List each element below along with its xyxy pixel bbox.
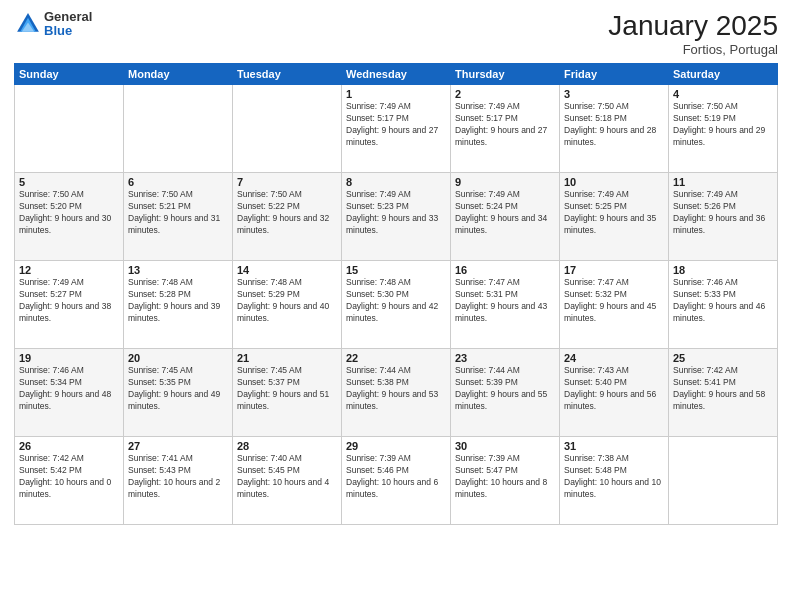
day-info: Sunrise: 7:47 AM Sunset: 5:31 PM Dayligh… [455, 277, 555, 325]
day-info: Sunrise: 7:50 AM Sunset: 5:18 PM Dayligh… [564, 101, 664, 149]
calendar-cell: 2Sunrise: 7:49 AM Sunset: 5:17 PM Daylig… [451, 85, 560, 173]
day-info: Sunrise: 7:46 AM Sunset: 5:34 PM Dayligh… [19, 365, 119, 413]
day-number: 4 [673, 88, 773, 100]
calendar-cell: 10Sunrise: 7:49 AM Sunset: 5:25 PM Dayli… [560, 173, 669, 261]
calendar-cell [124, 85, 233, 173]
day-info: Sunrise: 7:43 AM Sunset: 5:40 PM Dayligh… [564, 365, 664, 413]
calendar-cell: 12Sunrise: 7:49 AM Sunset: 5:27 PM Dayli… [15, 261, 124, 349]
day-number: 14 [237, 264, 337, 276]
day-info: Sunrise: 7:42 AM Sunset: 5:41 PM Dayligh… [673, 365, 773, 413]
day-info: Sunrise: 7:50 AM Sunset: 5:20 PM Dayligh… [19, 189, 119, 237]
day-number: 23 [455, 352, 555, 364]
day-info: Sunrise: 7:38 AM Sunset: 5:48 PM Dayligh… [564, 453, 664, 501]
day-info: Sunrise: 7:50 AM Sunset: 5:19 PM Dayligh… [673, 101, 773, 149]
day-info: Sunrise: 7:49 AM Sunset: 5:26 PM Dayligh… [673, 189, 773, 237]
calendar-cell [15, 85, 124, 173]
calendar-cell: 1Sunrise: 7:49 AM Sunset: 5:17 PM Daylig… [342, 85, 451, 173]
day-number: 6 [128, 176, 228, 188]
day-info: Sunrise: 7:49 AM Sunset: 5:24 PM Dayligh… [455, 189, 555, 237]
calendar-week-4: 19Sunrise: 7:46 AM Sunset: 5:34 PM Dayli… [15, 349, 778, 437]
day-info: Sunrise: 7:50 AM Sunset: 5:22 PM Dayligh… [237, 189, 337, 237]
title-block: January 2025 Fortios, Portugal [608, 10, 778, 57]
day-info: Sunrise: 7:48 AM Sunset: 5:30 PM Dayligh… [346, 277, 446, 325]
calendar-cell: 21Sunrise: 7:45 AM Sunset: 5:37 PM Dayli… [233, 349, 342, 437]
calendar-cell: 8Sunrise: 7:49 AM Sunset: 5:23 PM Daylig… [342, 173, 451, 261]
logo-general-text: General [44, 10, 92, 24]
day-number: 31 [564, 440, 664, 452]
day-number: 18 [673, 264, 773, 276]
day-number: 1 [346, 88, 446, 100]
calendar-cell: 5Sunrise: 7:50 AM Sunset: 5:20 PM Daylig… [15, 173, 124, 261]
day-info: Sunrise: 7:48 AM Sunset: 5:29 PM Dayligh… [237, 277, 337, 325]
day-info: Sunrise: 7:45 AM Sunset: 5:35 PM Dayligh… [128, 365, 228, 413]
day-info: Sunrise: 7:39 AM Sunset: 5:47 PM Dayligh… [455, 453, 555, 501]
calendar-cell: 16Sunrise: 7:47 AM Sunset: 5:31 PM Dayli… [451, 261, 560, 349]
day-number: 24 [564, 352, 664, 364]
day-number: 27 [128, 440, 228, 452]
day-number: 11 [673, 176, 773, 188]
calendar-table: SundayMondayTuesdayWednesdayThursdayFrid… [14, 63, 778, 525]
day-info: Sunrise: 7:48 AM Sunset: 5:28 PM Dayligh… [128, 277, 228, 325]
day-info: Sunrise: 7:42 AM Sunset: 5:42 PM Dayligh… [19, 453, 119, 501]
day-header-wednesday: Wednesday [342, 64, 451, 85]
calendar-cell: 24Sunrise: 7:43 AM Sunset: 5:40 PM Dayli… [560, 349, 669, 437]
day-header-monday: Monday [124, 64, 233, 85]
calendar-cell [233, 85, 342, 173]
day-header-saturday: Saturday [669, 64, 778, 85]
day-number: 8 [346, 176, 446, 188]
day-header-thursday: Thursday [451, 64, 560, 85]
calendar-week-3: 12Sunrise: 7:49 AM Sunset: 5:27 PM Dayli… [15, 261, 778, 349]
calendar-cell: 3Sunrise: 7:50 AM Sunset: 5:18 PM Daylig… [560, 85, 669, 173]
calendar-cell: 14Sunrise: 7:48 AM Sunset: 5:29 PM Dayli… [233, 261, 342, 349]
day-number: 28 [237, 440, 337, 452]
day-number: 25 [673, 352, 773, 364]
day-number: 19 [19, 352, 119, 364]
day-info: Sunrise: 7:49 AM Sunset: 5:27 PM Dayligh… [19, 277, 119, 325]
calendar-cell: 23Sunrise: 7:44 AM Sunset: 5:39 PM Dayli… [451, 349, 560, 437]
calendar-cell: 6Sunrise: 7:50 AM Sunset: 5:21 PM Daylig… [124, 173, 233, 261]
day-info: Sunrise: 7:45 AM Sunset: 5:37 PM Dayligh… [237, 365, 337, 413]
day-info: Sunrise: 7:49 AM Sunset: 5:17 PM Dayligh… [346, 101, 446, 149]
calendar-header-row: SundayMondayTuesdayWednesdayThursdayFrid… [15, 64, 778, 85]
calendar-cell: 11Sunrise: 7:49 AM Sunset: 5:26 PM Dayli… [669, 173, 778, 261]
day-number: 3 [564, 88, 664, 100]
day-info: Sunrise: 7:46 AM Sunset: 5:33 PM Dayligh… [673, 277, 773, 325]
calendar-cell: 27Sunrise: 7:41 AM Sunset: 5:43 PM Dayli… [124, 437, 233, 525]
day-info: Sunrise: 7:40 AM Sunset: 5:45 PM Dayligh… [237, 453, 337, 501]
day-number: 15 [346, 264, 446, 276]
calendar-week-5: 26Sunrise: 7:42 AM Sunset: 5:42 PM Dayli… [15, 437, 778, 525]
calendar-cell: 15Sunrise: 7:48 AM Sunset: 5:30 PM Dayli… [342, 261, 451, 349]
page: General Blue January 2025 Fortios, Portu… [0, 0, 792, 612]
day-number: 9 [455, 176, 555, 188]
logo: General Blue [14, 10, 92, 39]
month-title: January 2025 [608, 10, 778, 42]
calendar-cell: 31Sunrise: 7:38 AM Sunset: 5:48 PM Dayli… [560, 437, 669, 525]
day-header-sunday: Sunday [15, 64, 124, 85]
day-number: 10 [564, 176, 664, 188]
day-info: Sunrise: 7:49 AM Sunset: 5:25 PM Dayligh… [564, 189, 664, 237]
day-number: 22 [346, 352, 446, 364]
day-info: Sunrise: 7:49 AM Sunset: 5:23 PM Dayligh… [346, 189, 446, 237]
calendar-cell: 4Sunrise: 7:50 AM Sunset: 5:19 PM Daylig… [669, 85, 778, 173]
calendar-week-2: 5Sunrise: 7:50 AM Sunset: 5:20 PM Daylig… [15, 173, 778, 261]
day-number: 5 [19, 176, 119, 188]
day-info: Sunrise: 7:39 AM Sunset: 5:46 PM Dayligh… [346, 453, 446, 501]
calendar-week-1: 1Sunrise: 7:49 AM Sunset: 5:17 PM Daylig… [15, 85, 778, 173]
location: Fortios, Portugal [608, 42, 778, 57]
day-info: Sunrise: 7:47 AM Sunset: 5:32 PM Dayligh… [564, 277, 664, 325]
day-number: 21 [237, 352, 337, 364]
day-number: 13 [128, 264, 228, 276]
calendar-cell: 22Sunrise: 7:44 AM Sunset: 5:38 PM Dayli… [342, 349, 451, 437]
day-number: 29 [346, 440, 446, 452]
day-number: 17 [564, 264, 664, 276]
calendar-cell: 7Sunrise: 7:50 AM Sunset: 5:22 PM Daylig… [233, 173, 342, 261]
calendar-cell: 19Sunrise: 7:46 AM Sunset: 5:34 PM Dayli… [15, 349, 124, 437]
day-number: 30 [455, 440, 555, 452]
calendar-cell [669, 437, 778, 525]
day-header-tuesday: Tuesday [233, 64, 342, 85]
day-number: 26 [19, 440, 119, 452]
day-number: 2 [455, 88, 555, 100]
day-info: Sunrise: 7:44 AM Sunset: 5:38 PM Dayligh… [346, 365, 446, 413]
logo-icon [14, 10, 42, 38]
day-number: 16 [455, 264, 555, 276]
